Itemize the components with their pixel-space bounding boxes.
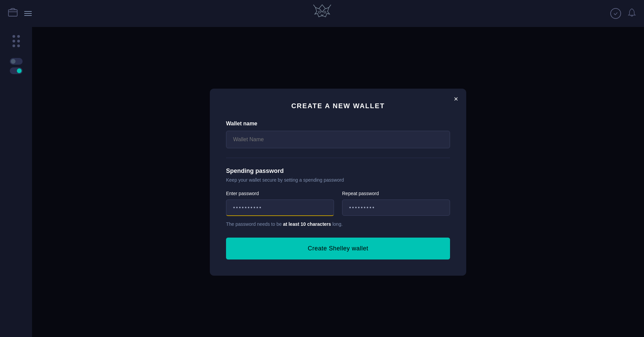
sidebar-dot [17,44,20,47]
enter-password-label: Enter password [226,191,334,196]
password-hint-suffix: long. [331,221,342,227]
sidebar-dot [12,40,15,42]
sidebar-dot [12,35,15,38]
sidebar-dot [12,44,15,47]
menu-icon[interactable] [24,11,32,16]
wallet-name-field: Wallet name [226,121,450,148]
sidebar-toggles [10,58,23,74]
spending-password-title: Spending password [226,167,450,175]
repeat-password-group: Repeat password [342,191,450,216]
wallet-icon[interactable] [8,8,18,19]
password-hint: The password needs to be at least 10 cha… [226,221,450,227]
svg-rect-0 [8,10,17,16]
svg-point-2 [318,11,320,13]
header-right [610,8,636,19]
spending-password-section: Spending password Keep your wallet secur… [226,167,450,227]
svg-point-3 [324,11,326,13]
header-logo [312,2,332,25]
header-left [8,8,32,19]
sidebar [0,27,32,337]
password-hint-strong: at least 10 characters [283,221,331,227]
enter-password-group: Enter password [226,191,334,216]
enter-password-input[interactable] [226,200,334,216]
sidebar-toggle-1[interactable] [10,58,23,65]
modal-close-button[interactable]: × [454,95,458,103]
bell-icon[interactable] [628,8,636,19]
divider [226,158,450,158]
create-wallet-modal: × CREATE A NEW WALLET Wallet name Spendi… [210,89,466,276]
sidebar-dot [17,35,20,38]
wallet-name-label: Wallet name [226,121,450,127]
check-icon[interactable] [610,8,621,19]
wallet-name-input[interactable] [226,131,450,148]
header [0,0,644,27]
enter-password-wrapper [226,200,334,216]
spending-password-desc: Keep your wallet secure by setting a spe… [226,177,450,183]
sidebar-dots-icon [12,35,20,47]
password-row: Enter password Repeat password [226,191,450,216]
create-wallet-button[interactable]: Create Shelley wallet [226,238,450,259]
modal-title: CREATE A NEW WALLET [226,102,450,110]
repeat-password-label: Repeat password [342,191,450,196]
modal-overlay: × CREATE A NEW WALLET Wallet name Spendi… [32,27,644,337]
repeat-password-input[interactable] [342,200,450,216]
password-hint-prefix: The password needs to be [226,221,283,227]
sidebar-toggle-2[interactable] [10,67,23,74]
sidebar-dot [17,40,20,42]
main-content: × CREATE A NEW WALLET Wallet name Spendi… [32,27,644,337]
repeat-password-wrapper [342,200,450,216]
